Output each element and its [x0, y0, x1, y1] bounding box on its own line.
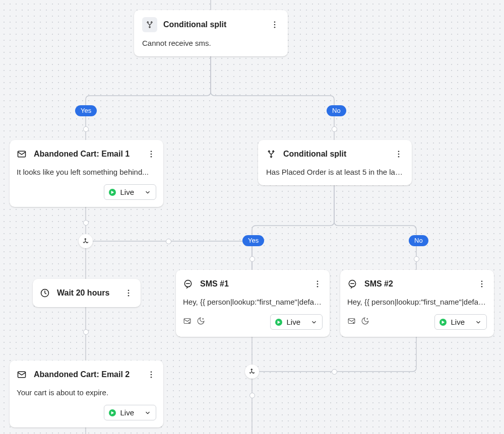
chevron-down-icon: [144, 409, 151, 416]
branch-label-yes: Yes: [242, 235, 264, 246]
svg-point-9: [151, 151, 152, 152]
more-button[interactable]: [394, 147, 404, 161]
node-email-1[interactable]: Abandoned Cart: Email 1 It looks like yo…: [10, 140, 163, 207]
node-description: Hey, {{ person|lookup:"first_name"|defau…: [183, 297, 323, 307]
node-title: SMS #2: [364, 279, 393, 288]
more-button[interactable]: [477, 277, 487, 291]
port: [83, 220, 89, 226]
port: [249, 256, 255, 262]
merge-icon: [82, 237, 90, 245]
quiet-hours-icon[interactable]: [197, 317, 205, 327]
node-description: Hey, {{ person|lookup:"first_name"|defau…: [347, 297, 487, 307]
node-description: Your cart is about to expire.: [17, 388, 156, 398]
status-select[interactable]: Live: [104, 184, 156, 200]
svg-point-18: [128, 295, 130, 297]
port: [83, 329, 89, 335]
node-description: It looks like you left something behind.…: [17, 167, 156, 177]
node-description: Has Placed Order is at least 5 in the la…: [266, 167, 404, 177]
node-conditional-split-root[interactable]: Conditional split Cannot receive sms.: [134, 10, 288, 56]
branch-label-no: No: [327, 105, 346, 116]
node-sms-1[interactable]: SMS #1 Hey, {{ person|lookup:"first_name…: [176, 270, 330, 337]
svg-point-17: [128, 293, 130, 294]
chevron-down-icon: [310, 319, 318, 326]
port: [249, 393, 255, 398]
port: [166, 239, 171, 244]
node-title: Conditional split: [163, 20, 226, 29]
svg-point-31: [151, 374, 152, 376]
node-title: Wait 20 hours: [57, 288, 109, 298]
split-icon: [142, 17, 157, 32]
status-select[interactable]: Live: [270, 314, 323, 330]
svg-point-27: [481, 286, 483, 287]
node-title: SMS #1: [200, 279, 229, 288]
smart-send-icon[interactable]: [183, 317, 192, 327]
node-title: Abandoned Cart: Email 1: [34, 150, 130, 159]
svg-point-10: [151, 154, 152, 155]
more-button[interactable]: [146, 368, 156, 382]
chevron-down-icon: [144, 189, 151, 196]
port: [332, 126, 337, 132]
merge-icon: [248, 368, 256, 376]
node-wait[interactable]: Wait 20 hours: [33, 279, 141, 307]
port: [332, 369, 337, 375]
merge-node[interactable]: [79, 234, 93, 248]
svg-point-25: [481, 280, 483, 282]
svg-point-21: [317, 283, 319, 285]
chevron-down-icon: [475, 319, 482, 326]
more-button[interactable]: [146, 147, 156, 161]
quiet-hours-icon[interactable]: [361, 317, 369, 327]
svg-point-16: [128, 290, 130, 291]
status-label: Live: [120, 188, 134, 196]
branch-label-no: No: [409, 235, 428, 246]
svg-point-12: [398, 151, 400, 152]
split-icon: [266, 149, 276, 159]
mail-icon: [17, 370, 27, 380]
node-sms-2[interactable]: SMS #2 Hey, {{ person|lookup:"first_name…: [340, 270, 494, 337]
node-title: Abandoned Cart: Email 2: [34, 370, 130, 379]
svg-point-26: [481, 283, 483, 285]
status-label: Live: [451, 318, 465, 326]
mail-icon: [17, 149, 27, 159]
node-conditional-split-2[interactable]: Conditional split Has Placed Order is at…: [258, 140, 412, 185]
merge-node[interactable]: [245, 365, 259, 379]
svg-point-30: [151, 371, 152, 373]
status-select[interactable]: Live: [434, 314, 487, 330]
status-label: Live: [286, 318, 300, 326]
svg-point-7: [274, 27, 276, 28]
node-title: Conditional split: [283, 150, 346, 159]
more-button[interactable]: [270, 18, 280, 32]
smart-send-icon[interactable]: [347, 317, 356, 327]
svg-point-13: [398, 154, 400, 155]
node-description: Cannot receive sms.: [142, 38, 280, 48]
node-email-2[interactable]: Abandoned Cart: Email 2 Your cart is abo…: [10, 360, 163, 427]
port: [83, 126, 89, 132]
more-button[interactable]: [123, 286, 134, 300]
svg-point-22: [317, 286, 319, 287]
status-label: Live: [120, 408, 134, 417]
status-select[interactable]: Live: [104, 405, 156, 420]
svg-point-32: [151, 377, 152, 378]
branch-label-yes: Yes: [75, 105, 97, 116]
clock-icon: [40, 288, 50, 298]
svg-point-14: [398, 156, 400, 158]
svg-point-5: [274, 21, 276, 23]
port: [414, 256, 419, 262]
svg-point-11: [151, 156, 152, 158]
sms-icon: [347, 279, 357, 289]
sms-icon: [183, 279, 193, 289]
more-button[interactable]: [312, 277, 323, 291]
svg-point-20: [317, 280, 319, 282]
svg-point-6: [274, 24, 276, 26]
